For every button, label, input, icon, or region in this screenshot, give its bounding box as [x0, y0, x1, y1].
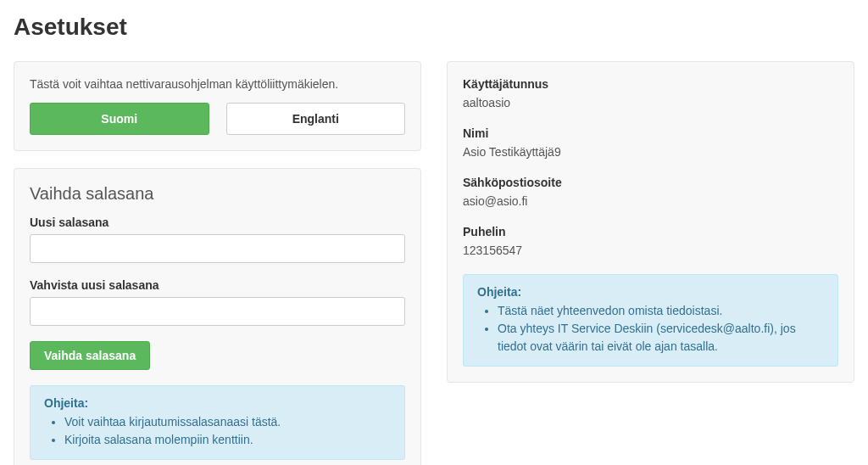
password-help-item: Voit vaihtaa kirjautumissalasanaasi täst…: [64, 413, 391, 431]
password-panel: Vaihda salasana Uusi salasana Vahvista u…: [14, 168, 421, 465]
password-panel-heading: Vaihda salasana: [30, 184, 405, 204]
password-help-title: Ohjeita:: [44, 396, 391, 410]
confirm-password-input[interactable]: [30, 297, 405, 326]
password-help-item: Kirjoita salasana molempiin kenttiin.: [64, 431, 391, 449]
language-description: Tästä voit vaihtaa nettivarausohjelman k…: [30, 77, 405, 91]
user-help-box: Ohjeita: Tästä näet yhteenvedon omista t…: [463, 274, 838, 367]
email-label: Sähköpostiosoite: [463, 176, 838, 189]
new-password-input[interactable]: [30, 234, 405, 263]
phone-value: 123156547: [463, 244, 838, 257]
name-label: Nimi: [463, 126, 838, 140]
username-value: aaltoasio: [463, 96, 838, 109]
user-help-title: Ohjeita:: [477, 285, 824, 299]
password-help-box: Ohjeita: Voit vaihtaa kirjautumissalasan…: [30, 385, 405, 460]
user-info-panel: Käyttäjätunnus aaltoasio Nimi Asio Testi…: [447, 61, 854, 383]
language-fi-button[interactable]: Suomi: [30, 103, 209, 135]
user-help-item: Ota yhteys IT Service Deskiin (servicede…: [498, 320, 824, 356]
username-label: Käyttäjätunnus: [463, 77, 838, 91]
name-value: Asio Testikäyttäjä9: [463, 145, 838, 159]
language-en-button[interactable]: Englanti: [226, 103, 406, 135]
email-value: asio@asio.fi: [463, 194, 838, 208]
language-panel: Tästä voit vaihtaa nettivarausohjelman k…: [14, 61, 421, 151]
change-password-button[interactable]: Vaihda salasana: [30, 341, 150, 370]
confirm-password-label: Vahvista uusi salasana: [30, 278, 405, 292]
page-title: Asetukset: [14, 14, 854, 41]
new-password-label: Uusi salasana: [30, 216, 405, 229]
phone-label: Puhelin: [463, 225, 838, 238]
user-help-item: Tästä näet yhteenvedon omista tiedoistas…: [498, 302, 824, 320]
